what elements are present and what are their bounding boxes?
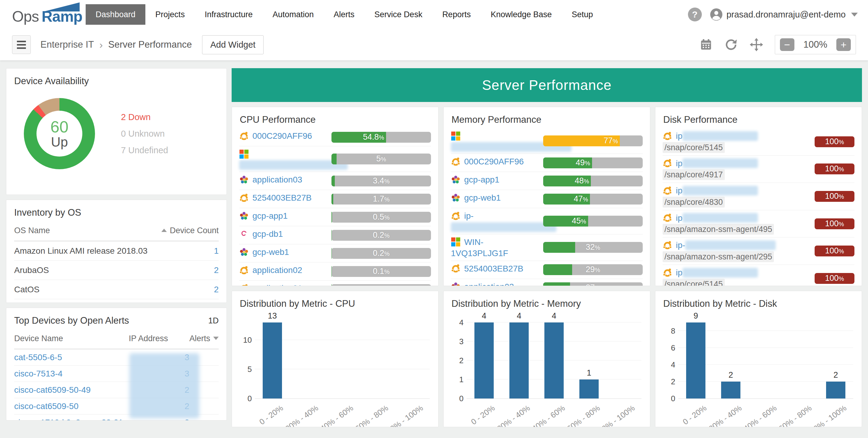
disk-path: /snap/core/4917 xyxy=(662,169,725,180)
zoom-out-button[interactable]: − xyxy=(780,38,795,51)
chart-bar xyxy=(686,322,706,399)
usage-bar-label: 27% xyxy=(586,282,600,286)
sort-asc-icon[interactable] xyxy=(161,229,167,232)
column-device-count[interactable]: Device Count xyxy=(170,226,219,235)
device-name-link[interactable]: ip xyxy=(676,158,683,168)
usage-bar: 47% xyxy=(543,194,643,205)
logo-text-ops: Ops xyxy=(12,8,39,25)
column-os-name[interactable]: OS Name xyxy=(14,226,161,235)
ubuntu-os-icon xyxy=(662,158,672,168)
nav-item-automation[interactable]: Automation xyxy=(263,4,324,25)
device-name-link[interactable]: ip- xyxy=(464,211,473,220)
data-label: 1 xyxy=(587,368,591,378)
zoom-in-button[interactable]: + xyxy=(836,38,851,51)
redacted-text xyxy=(683,158,758,168)
device-name-link[interactable]: ip- xyxy=(676,241,685,250)
device-name-link[interactable]: 5254003EB27B xyxy=(464,264,523,273)
device-name-link[interactable]: ip xyxy=(676,131,683,140)
flower-os-icon xyxy=(451,193,461,203)
device-name-link[interactable]: gcp-web1 xyxy=(464,193,501,202)
device-name-link[interactable]: 000C290AFF96 xyxy=(252,131,312,140)
device-name-link[interactable]: gcp-app1 xyxy=(464,175,499,184)
usage-bar-label: 29% xyxy=(586,264,600,275)
time-range-badge[interactable]: 1D xyxy=(208,316,219,325)
usage-bar: 5% xyxy=(332,154,431,164)
usage-bar-label: 100% xyxy=(825,163,844,175)
redacted-ip-column xyxy=(129,353,199,418)
nav-item-knowledge-base[interactable]: Knowledge Base xyxy=(481,4,562,25)
chart-title: Distribution by Metric - Disk xyxy=(655,291,862,312)
device-name-link[interactable]: application01 xyxy=(252,284,302,286)
user-menu[interactable]: prasad.dronamraju@ent-demo xyxy=(710,8,858,21)
usage-bar-label: 0.1% xyxy=(373,266,390,277)
cpu-row: application033.4% xyxy=(239,172,431,190)
y-axis: 01234 xyxy=(451,322,467,399)
zoom-level: 100% xyxy=(803,39,827,50)
device-name-link[interactable]: ip xyxy=(676,186,683,195)
redacted-text xyxy=(451,222,556,232)
data-label: 2 xyxy=(728,370,733,380)
cpu-row: 5254003EB27B1.7% xyxy=(239,190,431,208)
flower-os-icon xyxy=(451,175,461,185)
usage-bar: 0.1% xyxy=(332,266,431,277)
device-name-link[interactable]: application03 xyxy=(252,175,302,184)
dashboard-screen: Ops Ramp DashboardProjectsInfrastructure… xyxy=(0,0,868,438)
x-tick-label: 60% - 80% xyxy=(353,403,390,427)
device-name-link[interactable]: gcp-db1 xyxy=(252,229,283,239)
x-axis-labels: 0 - 20%20% - 40%40% - 60%60% - 80%80% - … xyxy=(678,399,853,427)
chart-bar xyxy=(579,379,599,399)
inventory-row: ArubaOS2 xyxy=(14,261,219,280)
device-name-link[interactable]: 5254003EB27B xyxy=(252,193,312,202)
nav-item-setup[interactable]: Setup xyxy=(562,4,603,25)
y-axis: 02468 xyxy=(662,322,678,399)
device-name-link[interactable]: 000C290AFF96 xyxy=(464,157,524,166)
hamburger-menu-icon[interactable] xyxy=(12,35,31,54)
refresh-icon[interactable] xyxy=(724,38,738,52)
inventory-row: CentOS Linux release 7.4.1708 (Core)1 xyxy=(14,299,219,303)
debian-os-icon xyxy=(239,229,249,239)
device-count-link[interactable]: 1 xyxy=(214,246,219,256)
legend-item: 0 Unknown xyxy=(121,129,168,139)
opsramp-logo[interactable]: Ops Ramp xyxy=(10,0,86,29)
device-count-link[interactable]: 2 xyxy=(214,285,219,294)
nav-item-reports[interactable]: Reports xyxy=(432,4,481,25)
device-name-link[interactable]: application02 xyxy=(252,265,302,275)
chart-bar xyxy=(509,322,529,399)
cpu-row: gcp-db10.2% xyxy=(239,226,431,244)
nav-item-service-desk[interactable]: Service Desk xyxy=(364,4,432,25)
nav-item-infrastructure[interactable]: Infrastructure xyxy=(195,4,263,25)
ubuntu-os-icon xyxy=(239,265,249,275)
x-tick-label: 60% - 80% xyxy=(777,403,813,427)
usage-bar-fill xyxy=(332,154,337,164)
help-icon[interactable]: ? xyxy=(688,7,702,22)
memory-row: ip-45% xyxy=(451,208,643,234)
device-name-link[interactable]: gcp-web1 xyxy=(252,247,289,257)
add-widget-button[interactable]: Add Widget xyxy=(202,35,264,54)
chart-plot: 4441 xyxy=(467,322,642,399)
inventory-table: OS Name Device Count Amazon Linux AMI re… xyxy=(6,221,226,303)
legend-item: 7 Undefined xyxy=(121,146,168,155)
nav-item-dashboard[interactable]: Dashboard xyxy=(86,4,145,25)
chart-bar xyxy=(826,382,845,399)
device-name-link[interactable]: ip xyxy=(676,268,683,277)
device-name-link[interactable]: gcp-app1 xyxy=(252,211,288,220)
column-alerts[interactable]: Alerts xyxy=(189,334,210,343)
disk-row: ip /snap/core/5145100% xyxy=(662,265,855,286)
column-device-name[interactable]: Device Name xyxy=(14,334,129,343)
device-count-link[interactable]: 2 xyxy=(214,265,219,275)
column-ip-address[interactable]: IP Address xyxy=(129,334,189,343)
ubuntu-os-icon xyxy=(451,211,461,221)
breadcrumb-parent[interactable]: Enterprise IT xyxy=(40,39,94,50)
usage-bar-fill xyxy=(332,248,332,259)
nav-item-alerts[interactable]: Alerts xyxy=(323,4,364,25)
usage-bar: 1.7% xyxy=(332,194,431,205)
sort-desc-icon[interactable] xyxy=(213,337,219,340)
x-tick-label: 80% - 100% xyxy=(596,403,637,427)
device-name-link[interactable]: ip xyxy=(676,213,683,222)
device-name-link[interactable]: application03 xyxy=(464,282,514,286)
nav-item-projects[interactable]: Projects xyxy=(145,4,195,25)
move-icon[interactable] xyxy=(749,38,763,52)
calendar-icon[interactable] xyxy=(700,38,713,51)
y-tick-label: 8 xyxy=(671,326,675,336)
y-tick-label: 0 xyxy=(671,394,675,403)
